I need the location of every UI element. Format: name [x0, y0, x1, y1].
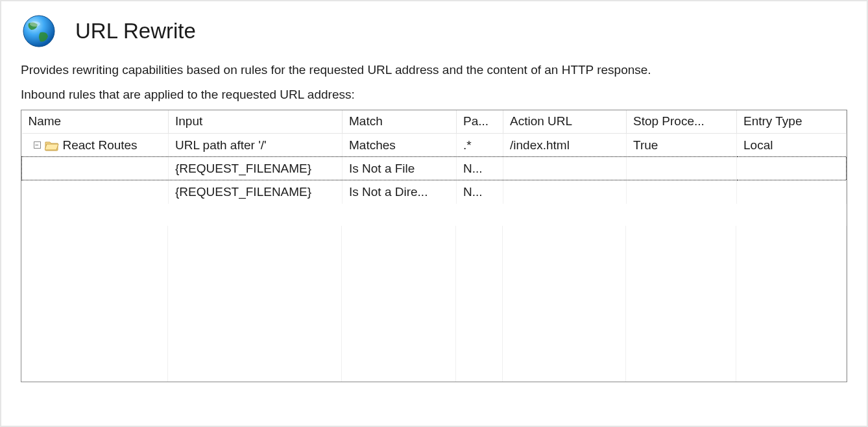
- cell-entry-type: Local: [737, 134, 847, 157]
- cell-action-url: /index.html: [503, 134, 627, 157]
- grid-empty-area: [21, 226, 847, 382]
- rules-table: Name Input Match Pa... Action URL Stop P…: [21, 110, 847, 204]
- table-row[interactable]: {REQUEST_FILENAME}Is Not a FileN...: [22, 157, 847, 180]
- rules-grid[interactable]: Name Input Match Pa... Action URL Stop P…: [21, 110, 847, 382]
- col-header-input[interactable]: Input: [169, 110, 343, 134]
- cell-name: [22, 157, 169, 180]
- cell-match: Is Not a Dire...: [343, 180, 457, 204]
- header-area: URL Rewrite Provides rewriting capabilit…: [1, 1, 867, 102]
- cell-stop: [627, 157, 737, 180]
- tree-collapse-icon[interactable]: −: [34, 141, 41, 149]
- rule-name-label: React Routes: [63, 138, 138, 152]
- table-header-row: Name Input Match Pa... Action URL Stop P…: [22, 110, 847, 134]
- panel-frame: URL Rewrite Provides rewriting capabilit…: [0, 0, 868, 427]
- cell-input: {REQUEST_FILENAME}: [169, 180, 343, 204]
- cell-pattern: N...: [457, 157, 503, 180]
- cell-pattern: N...: [457, 180, 503, 204]
- cell-name: [22, 180, 169, 204]
- col-header-match[interactable]: Match: [343, 110, 457, 134]
- cell-stop: True: [627, 134, 737, 157]
- col-header-action-url[interactable]: Action URL: [503, 110, 627, 134]
- col-header-name[interactable]: Name: [22, 110, 169, 134]
- cell-action-url: [503, 157, 627, 180]
- globe-icon: [21, 13, 57, 49]
- cell-input: {REQUEST_FILENAME}: [169, 157, 343, 180]
- title-row: URL Rewrite: [21, 13, 847, 49]
- folder-open-icon: [45, 140, 59, 151]
- cell-entry-type: [737, 180, 847, 204]
- col-header-entry-type[interactable]: Entry Type: [737, 110, 847, 134]
- cell-entry-type: [737, 157, 847, 180]
- cell-pattern: .*: [457, 134, 503, 157]
- cell-action-url: [503, 180, 627, 204]
- svg-point-1: [30, 21, 40, 27]
- col-header-pattern[interactable]: Pa...: [457, 110, 503, 134]
- table-row[interactable]: −React RoutesURL path after '/'Matches.*…: [22, 134, 847, 157]
- cell-match: Matches: [343, 134, 457, 157]
- cell-stop: [627, 180, 737, 204]
- page-description: Provides rewriting capabilities based on…: [21, 62, 847, 79]
- page-title: URL Rewrite: [75, 19, 196, 43]
- table-row[interactable]: {REQUEST_FILENAME}Is Not a Dire...N...: [22, 180, 847, 204]
- svg-point-0: [23, 16, 54, 47]
- cell-input: URL path after '/': [169, 134, 343, 157]
- cell-name: −React Routes: [22, 134, 169, 157]
- cell-match: Is Not a File: [343, 157, 457, 180]
- section-subheading: Inbound rules that are applied to the re…: [21, 88, 847, 102]
- col-header-stop[interactable]: Stop Proce...: [627, 110, 737, 134]
